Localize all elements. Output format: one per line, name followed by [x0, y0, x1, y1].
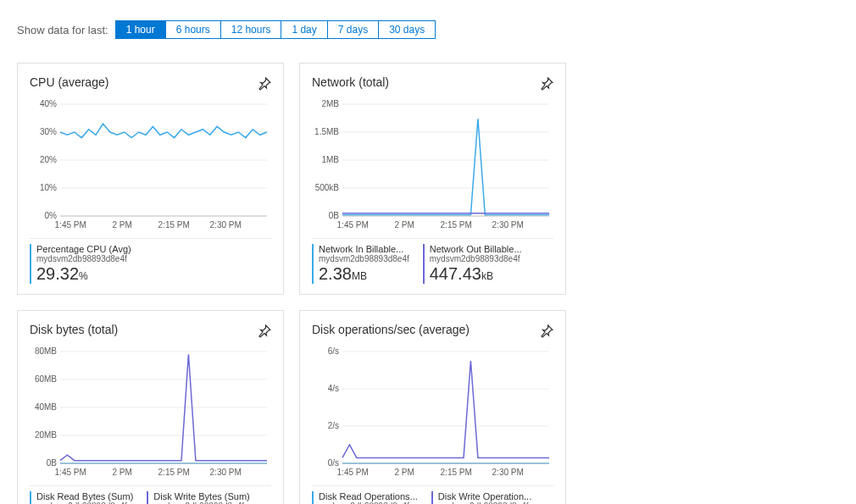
- svg-text:2 PM: 2 PM: [113, 220, 132, 230]
- svg-text:2 PM: 2 PM: [113, 468, 132, 477]
- metric-card: Disk bytes (total) 0B20MB40MB60MB80MB1:4…: [17, 310, 284, 504]
- card-title: Network (total): [312, 75, 389, 89]
- pin-icon[interactable]: [258, 324, 271, 338]
- legend-value: 2.38MB: [319, 263, 409, 284]
- time-tab-1-day[interactable]: 1 day: [281, 21, 327, 38]
- card-title: Disk operations/sec (average): [312, 323, 470, 336]
- pin-button[interactable]: [540, 324, 553, 338]
- card-title: CPU (average): [30, 75, 108, 89]
- chart[interactable]: 0B500kB1MB1.5MB2MB1:45 PM2 PM2:15 PM2:30…: [312, 99, 553, 231]
- legend-label: Network In Billable...: [319, 244, 409, 254]
- svg-text:40MB: 40MB: [35, 402, 57, 412]
- metric-card: Disk operations/sec (average) 0/s2/s4/s6…: [299, 310, 566, 504]
- svg-text:0B: 0B: [329, 211, 340, 220]
- svg-text:1.5MB: 1.5MB: [314, 127, 339, 136]
- svg-text:80MB: 80MB: [35, 346, 57, 356]
- svg-text:0/s: 0/s: [328, 458, 339, 468]
- legend-sublabel: mydsvm2db98893d8e4f: [36, 254, 131, 263]
- time-tab-30-days[interactable]: 30 days: [379, 21, 435, 38]
- metric-card: CPU (average) 0%10%20%30%40%1:45 PM2 PM2…: [17, 63, 284, 295]
- legend-value: 447.43kB: [430, 263, 522, 284]
- svg-text:1:45 PM: 1:45 PM: [337, 220, 369, 230]
- legend-item: Network In Billable... mydsvm2db98893d8e…: [312, 244, 409, 284]
- legend-label: Disk Read Operations...: [319, 491, 418, 501]
- legend-item: Disk Read Bytes (Sum) mydsvm2db98893d8e4…: [30, 491, 133, 504]
- svg-text:2/s: 2/s: [328, 421, 339, 430]
- svg-text:0B: 0B: [47, 458, 58, 468]
- legend-label: Disk Read Bytes (Sum): [36, 491, 133, 501]
- chart[interactable]: 0/s2/s4/s6/s1:45 PM2 PM2:15 PM2:30 PM: [312, 346, 553, 479]
- svg-text:2:15 PM: 2:15 PM: [441, 468, 472, 477]
- pin-icon[interactable]: [258, 77, 271, 91]
- svg-text:60MB: 60MB: [35, 374, 57, 384]
- legend-label: Disk Write Operation...: [438, 491, 531, 501]
- svg-text:6/s: 6/s: [328, 346, 339, 356]
- svg-text:20MB: 20MB: [35, 430, 57, 440]
- legend-sublabel: mydsvm2db98893d8e4f: [319, 254, 409, 263]
- svg-text:1MB: 1MB: [321, 155, 339, 164]
- legend-item: Network Out Billable... mydsvm2db98893d8…: [423, 244, 522, 284]
- svg-text:2 PM: 2 PM: [395, 220, 414, 230]
- legend-item: Disk Write Bytes (Sum) mydsvm2db98893d8e…: [147, 491, 249, 504]
- svg-text:10%: 10%: [40, 183, 57, 192]
- svg-text:500kB: 500kB: [315, 183, 340, 192]
- svg-text:0%: 0%: [45, 211, 58, 220]
- legend-item: Disk Read Operations... mydsvm2db98893d8…: [312, 491, 418, 504]
- pin-button[interactable]: [258, 77, 271, 91]
- time-tab-7-days[interactable]: 7 days: [328, 21, 379, 38]
- svg-text:2:30 PM: 2:30 PM: [210, 220, 242, 230]
- svg-text:2:30 PM: 2:30 PM: [492, 220, 524, 230]
- legend: Disk Read Bytes (Sum) mydsvm2db98893d8e4…: [30, 485, 271, 504]
- legend-item: Percentage CPU (Avg) mydsvm2db98893d8e4f…: [30, 244, 131, 284]
- legend-item: Disk Write Operation... mydsvm2db98893d8…: [431, 491, 531, 504]
- time-tab-1-hour[interactable]: 1 hour: [116, 21, 166, 38]
- legend-label: Disk Write Bytes (Sum): [153, 491, 249, 501]
- time-tab-6-hours[interactable]: 6 hours: [166, 21, 221, 38]
- legend: Percentage CPU (Avg) mydsvm2db98893d8e4f…: [30, 238, 271, 284]
- svg-text:2 PM: 2 PM: [395, 468, 414, 477]
- pin-button[interactable]: [540, 77, 553, 91]
- svg-text:30%: 30%: [40, 127, 57, 136]
- card-title: Disk bytes (total): [30, 323, 118, 336]
- pin-icon[interactable]: [540, 77, 553, 91]
- svg-text:2MB: 2MB: [321, 99, 339, 108]
- svg-text:2:30 PM: 2:30 PM: [492, 468, 524, 477]
- legend-sublabel: mydsvm2db98893d8e4f: [430, 254, 522, 263]
- legend-label: Percentage CPU (Avg): [36, 244, 131, 254]
- svg-text:1:45 PM: 1:45 PM: [55, 220, 86, 230]
- chart[interactable]: 0B20MB40MB60MB80MB1:45 PM2 PM2:15 PM2:30…: [30, 346, 271, 479]
- chart[interactable]: 0%10%20%30%40%1:45 PM2 PM2:15 PM2:30 PM: [30, 99, 271, 231]
- toolbar-label: Show data for last:: [17, 24, 108, 36]
- svg-text:20%: 20%: [40, 155, 57, 164]
- legend-value: 29.32%: [36, 263, 131, 284]
- svg-text:2:15 PM: 2:15 PM: [158, 220, 190, 230]
- svg-text:4/s: 4/s: [328, 384, 339, 393]
- legend-label: Network Out Billable...: [430, 244, 522, 254]
- time-tab-12-hours[interactable]: 12 hours: [221, 21, 282, 38]
- metric-card: Network (total) 0B500kB1MB1.5MB2MB1:45 P…: [299, 63, 566, 295]
- legend: Disk Read Operations... mydsvm2db98893d8…: [312, 485, 553, 504]
- pin-icon[interactable]: [540, 324, 553, 338]
- time-range-toolbar: Show data for last: 1 hour6 hours12 hour…: [17, 20, 839, 39]
- legend: Network In Billable... mydsvm2db98893d8e…: [312, 238, 553, 284]
- metrics-cards: CPU (average) 0%10%20%30%40%1:45 PM2 PM2…: [17, 63, 839, 504]
- svg-text:2:30 PM: 2:30 PM: [210, 468, 242, 477]
- svg-text:40%: 40%: [40, 99, 57, 108]
- pin-button[interactable]: [258, 324, 271, 338]
- svg-text:1:45 PM: 1:45 PM: [337, 468, 369, 477]
- time-range-tabs: 1 hour6 hours12 hours1 day7 days30 days: [115, 20, 436, 39]
- svg-text:1:45 PM: 1:45 PM: [55, 468, 86, 477]
- svg-text:2:15 PM: 2:15 PM: [158, 468, 190, 477]
- svg-text:2:15 PM: 2:15 PM: [441, 220, 472, 230]
